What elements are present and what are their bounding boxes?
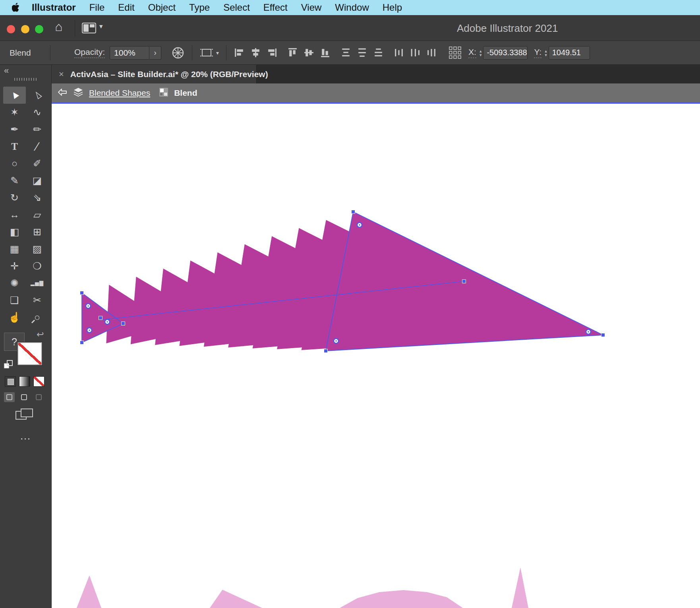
align-horizontal-right-icon[interactable] — [267, 47, 277, 58]
distribute-horizontal-right-icon[interactable] — [426, 47, 437, 58]
menu-object[interactable]: Object — [148, 2, 176, 13]
align-vertical-center-icon[interactable] — [304, 47, 314, 58]
eyedropper-tool-icon[interactable]: ✛ — [3, 258, 26, 275]
close-button[interactable] — [7, 25, 15, 33]
perspective-grid-tool-icon[interactable]: ⊞ — [26, 223, 48, 240]
gradient-button[interactable] — [19, 376, 30, 387]
distribute-vertical-center-icon[interactable] — [357, 47, 367, 58]
hand-tool-icon[interactable]: ☝ — [3, 309, 26, 326]
y-input[interactable] — [549, 46, 590, 60]
chevron-down-icon[interactable]: ▾ — [216, 50, 219, 56]
anchor-handle[interactable] — [324, 349, 328, 353]
selection-tool-icon[interactable]: ► — [3, 87, 26, 104]
anchor-handle[interactable] — [352, 210, 355, 214]
gradient-tool-icon[interactable]: ▨ — [26, 240, 48, 258]
menu-window[interactable]: Window — [335, 2, 369, 13]
menu-edit[interactable]: Edit — [118, 2, 134, 13]
menu-view[interactable]: View — [301, 2, 322, 13]
ring-handle-dot — [87, 305, 89, 307]
distribute-vertical-top-icon[interactable] — [340, 47, 351, 58]
eraser-tool-icon[interactable]: ◪ — [26, 172, 48, 189]
direct-selection-tool-icon[interactable]: ▻ — [26, 87, 48, 104]
default-fill-stroke-icon[interactable] — [3, 360, 14, 372]
tab-close-icon[interactable]: × — [59, 70, 64, 79]
more-tools-button[interactable]: … — [0, 430, 52, 442]
panel-grip[interactable] — [14, 78, 37, 81]
menu-select[interactable]: Select — [223, 2, 250, 13]
menu-effect[interactable]: Effect — [263, 2, 288, 13]
align-vertical-top-icon[interactable] — [287, 47, 298, 58]
menu-help[interactable]: Help — [383, 2, 402, 13]
none-button[interactable] — [33, 376, 44, 387]
type-tool-icon[interactable]: T — [3, 138, 26, 155]
chevron-down-icon[interactable]: ▾ — [99, 22, 103, 31]
x-stepper[interactable]: ▴▾ — [480, 49, 482, 57]
align-horizontal-center-icon[interactable] — [250, 47, 261, 58]
align-horizontal-left-icon[interactable] — [234, 47, 245, 58]
distribute-horizontal-center-icon[interactable] — [410, 47, 421, 58]
shape-builder-tool-icon[interactable]: ◧ — [3, 223, 26, 240]
document-tab[interactable]: × ActivAsia – Slite Builder.ai* @ 20% (R… — [52, 65, 257, 83]
blend-tool-icon[interactable]: ❍ — [26, 258, 48, 275]
anchor-handle[interactable] — [80, 291, 84, 295]
fill-swatch[interactable] — [17, 342, 42, 365]
artboard-options-icon[interactable] — [200, 47, 213, 58]
background-shape-0[interactable] — [77, 575, 101, 608]
background-shape-3[interactable] — [512, 567, 528, 608]
context-label: Blend — [10, 48, 45, 58]
curvature-tool-icon[interactable]: ✏ — [26, 121, 48, 138]
zoom-tool-icon[interactable]: ○ — [26, 309, 48, 326]
paintbrush-tool-icon[interactable]: ✐ — [26, 155, 48, 172]
artboard-tool-icon[interactable]: ❏ — [3, 292, 26, 309]
screen-mode-button[interactable] — [15, 408, 33, 422]
zoom-button[interactable] — [35, 25, 43, 33]
minimize-button[interactable] — [21, 25, 29, 33]
draw-normal-button[interactable] — [4, 392, 15, 402]
distribute-vertical-bottom-icon[interactable] — [373, 47, 384, 58]
width-tool-icon[interactable]: ↔ — [3, 206, 26, 223]
back-arrow-icon[interactable] — [57, 87, 68, 99]
anchor-handle[interactable] — [80, 341, 84, 345]
swap-fill-stroke-icon[interactable]: ↩ — [37, 329, 44, 340]
opacity-label[interactable]: Opacity: — [74, 47, 105, 58]
free-transform-tool-icon[interactable]: ▱ — [26, 206, 48, 223]
distribute-horizontal-left-icon[interactable] — [394, 47, 404, 58]
background-shape-2[interactable] — [340, 590, 463, 608]
graph-tool-icon[interactable]: ▂▅▇ — [26, 275, 48, 292]
align-vertical-bottom-icon[interactable] — [320, 47, 331, 58]
x-input[interactable] — [483, 46, 528, 60]
line-segment-tool-icon[interactable]: ∕ — [26, 138, 48, 155]
draw-behind-button[interactable] — [19, 392, 29, 402]
anchor-handle[interactable] — [122, 322, 125, 325]
color-button[interactable] — [5, 376, 16, 387]
anchor-handle[interactable] — [601, 333, 605, 337]
anchor-handle[interactable] — [462, 280, 466, 283]
background-shape-1[interactable] — [210, 590, 262, 608]
color-wheel-icon[interactable] — [172, 46, 184, 59]
lasso-tool-icon[interactable]: ∿ — [26, 104, 48, 121]
menu-app-illustrator[interactable]: Illustrator — [32, 2, 76, 13]
y-stepper[interactable]: ▴▾ — [545, 49, 547, 57]
opacity-more-button[interactable]: › — [149, 46, 161, 60]
reference-point-grid-icon[interactable] — [449, 46, 462, 59]
canvas[interactable] — [52, 103, 700, 608]
slice-tool-icon[interactable]: ✂ — [26, 292, 48, 309]
menu-file[interactable]: File — [89, 2, 105, 13]
workspace-switcher-icon[interactable] — [82, 23, 96, 35]
anchor-handle[interactable] — [99, 316, 102, 320]
collapse-panel-button[interactable]: « — [4, 66, 9, 76]
menu-type[interactable]: Type — [189, 2, 210, 13]
opacity-input[interactable] — [110, 46, 149, 60]
magic-wand-tool-icon[interactable]: ✶ — [3, 104, 26, 121]
scale-tool-icon[interactable]: ⇘ — [26, 189, 48, 206]
apple-menu-icon[interactable] — [12, 2, 21, 13]
mesh-tool-icon[interactable]: ▦ — [3, 240, 26, 258]
shaper-tool-icon[interactable]: ✎ — [3, 172, 26, 189]
breadcrumb-link[interactable]: Blended Shapes — [89, 88, 150, 98]
symbol-sprayer-tool-icon[interactable]: ✺ — [3, 275, 26, 292]
rotate-tool-icon[interactable]: ↻ — [3, 189, 26, 206]
home-icon[interactable]: ⌂ — [55, 19, 62, 34]
ellipse-tool-icon[interactable]: ○ — [3, 155, 26, 172]
draw-inside-button[interactable] — [33, 392, 44, 402]
pen-tool-icon[interactable]: ✒ — [3, 121, 26, 138]
